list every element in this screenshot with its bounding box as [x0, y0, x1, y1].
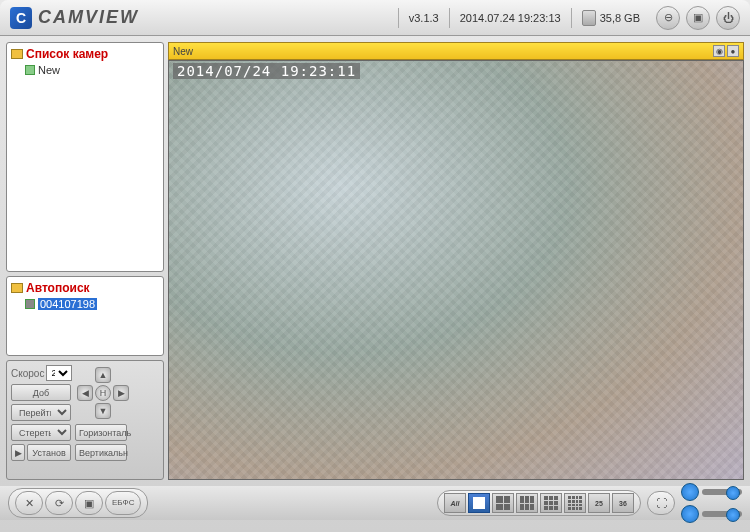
camera-tree-item[interactable]: New	[25, 64, 159, 76]
ptz-up-button[interactable]: ▲	[95, 367, 111, 383]
disk-icon	[582, 10, 596, 26]
goto-preset-select[interactable]: Перейти к пред	[11, 404, 71, 421]
snapshot-button[interactable]: ◉	[713, 45, 725, 57]
layout-all-button[interactable]: All	[444, 493, 466, 513]
folder-icon	[11, 283, 23, 293]
app-name: CAMVIEW	[38, 7, 139, 28]
ptz-control-panel: Скорос2 Доб Перейти к пред Стереть преду…	[6, 360, 164, 480]
layout-36-button[interactable]: 36	[612, 493, 634, 513]
layout-25-button[interactable]: 25	[588, 493, 610, 513]
close-button[interactable]: ⏻	[716, 6, 740, 30]
install-button[interactable]: Установ	[27, 444, 71, 461]
disk-info: 35,8 GB	[571, 8, 650, 28]
camera-tool-button[interactable]: ▣	[75, 491, 103, 515]
folder-icon	[11, 49, 23, 59]
ptz-down-button[interactable]: ▼	[95, 403, 111, 419]
play-button[interactable]: ▶	[11, 444, 25, 461]
refresh-button[interactable]: ⟳	[45, 491, 73, 515]
layout-4-button[interactable]	[492, 493, 514, 513]
video-viewport[interactable]: 2014/07/24 19:23:11	[168, 60, 744, 480]
datetime-label: 2014.07.24 19:23:13	[449, 8, 571, 28]
speed-label: Скорос	[11, 368, 44, 379]
viewer-tab-label: New	[173, 46, 193, 57]
ptz-dpad: ▲ ▼ ◀ ▶ H	[77, 367, 129, 419]
layout-9-button[interactable]	[540, 493, 562, 513]
viewer-header: New ◉ ●	[168, 42, 744, 60]
horizontal-button[interactable]: Горизонталь	[75, 424, 127, 441]
maximize-button[interactable]: ▣	[686, 6, 710, 30]
camera-list-panel: Список камер New	[6, 42, 164, 272]
ptz-left-button[interactable]: ◀	[77, 385, 93, 401]
layout-1-button[interactable]	[468, 493, 490, 513]
text-tool-button[interactable]: ЕБФС	[105, 491, 141, 515]
mic-slider[interactable]	[702, 489, 742, 495]
settings-button[interactable]: ✕	[15, 491, 43, 515]
version-label: v3.1.3	[398, 8, 449, 28]
vertical-button[interactable]: Вертикальн	[75, 444, 127, 461]
mic-button[interactable]	[681, 483, 699, 501]
autosearch-panel: Автопоиск 004107198	[6, 276, 164, 356]
camera-icon	[25, 65, 35, 75]
layout-6-button[interactable]	[516, 493, 538, 513]
video-timestamp-overlay: 2014/07/24 19:23:11	[173, 63, 360, 79]
fullscreen-button[interactable]: ⛶	[647, 491, 675, 515]
autosearch-item[interactable]: 004107198	[25, 298, 159, 310]
speaker-button[interactable]	[681, 505, 699, 523]
camera-list-title: Список камер	[11, 47, 159, 61]
speed-select[interactable]: 2	[46, 365, 72, 381]
speaker-slider[interactable]	[702, 511, 742, 517]
minimize-button[interactable]: ⊖	[656, 6, 680, 30]
device-icon	[25, 299, 35, 309]
record-button[interactable]: ●	[727, 45, 739, 57]
layout-16-button[interactable]	[564, 493, 586, 513]
ptz-right-button[interactable]: ▶	[113, 385, 129, 401]
erase-preset-select[interactable]: Стереть предус	[11, 424, 71, 441]
layout-group: All 25 36	[437, 490, 641, 516]
app-logo: C	[10, 7, 32, 29]
ptz-home-button[interactable]: H	[95, 385, 111, 401]
autosearch-title: Автопоиск	[11, 281, 159, 295]
add-button[interactable]: Доб	[11, 384, 71, 401]
